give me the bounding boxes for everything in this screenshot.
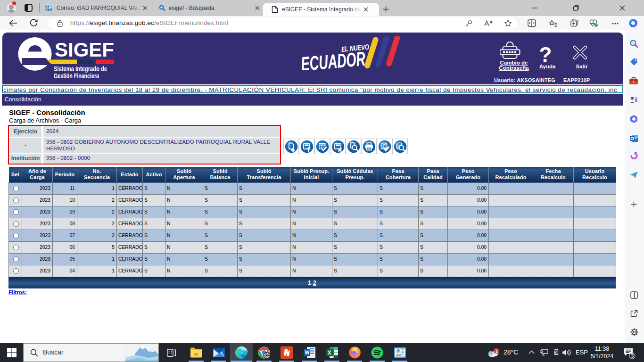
svg-text:C: C [382, 143, 386, 148]
svg-text:SIGEF: SIGEF [55, 38, 114, 61]
svg-text:ECUADOR: ECUADOR [300, 48, 366, 70]
svg-text:Sistema Integrado de: Sistema Integrado de [54, 66, 107, 73]
svg-text:3: 3 [631, 353, 634, 359]
svg-text:Gestión Financiera: Gestión Financiera [54, 73, 99, 80]
svg-text:1: 1 [495, 349, 498, 354]
